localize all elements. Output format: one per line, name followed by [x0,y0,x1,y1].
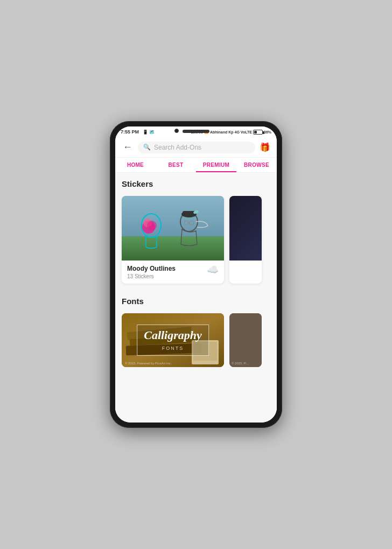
svg-point-5 [147,221,157,230]
fonts-section: Fonts [115,290,277,313]
copyright-text: © 2015. Powered by PicsArt Inc. [125,362,171,365]
tab-home[interactable]: HOME [115,158,156,172]
font-card-2[interactable]: © 2015. P... [229,313,262,367]
color-card-image [229,196,262,261]
calligraphy-subtitle: Fonts [162,346,184,351]
content-area: Stickers [115,173,277,423]
svg-rect-19 [229,313,262,367]
moody-card-info: Moody Outlines 13 Stickers ☁️ [122,261,224,284]
tab-premium[interactable]: PREMIUM [196,158,236,172]
top-bar: ← 🔍 Search Add-Ons 🎁 [115,137,277,158]
moody-outlines-card[interactable]: Moody Outlines 13 Stickers ☁️ [122,196,224,284]
fonts-row: Calligraphy Fonts © 2015. Powered by Pic… [115,313,277,374]
stickers-section: Stickers [115,173,277,196]
calligraphy-card[interactable]: Calligraphy Fonts © 2015. Powered by Pic… [122,313,224,367]
calligraphy-text-box: Calligraphy Fonts [137,325,209,356]
moody-scene-bg [122,196,224,261]
font-card-2-illustration [229,313,262,367]
stickers-title: Stickers [122,179,270,188]
battery-indicator [253,130,263,135]
tab-bar: HOME BEST PREMIUM BROWSE [115,158,277,173]
status-time: 7:55 PM 📱 🗺️ [121,129,155,135]
gift-button[interactable]: 🎁 [260,142,270,152]
phone-device: 7:55 PM 📱 🗺️ 180K/s 📶 Abhinand Kp 4G VoL… [110,121,282,428]
moody-card-name: Moody Outlines [127,265,176,272]
moody-illustration [122,196,224,261]
tab-best[interactable]: BEST [156,158,196,172]
color-card-bg [229,196,262,261]
color-card[interactable] [229,196,262,284]
svg-rect-8 [183,211,195,215]
calligraphy-title: Calligraphy [144,328,202,342]
stickers-row: Moody Outlines 13 Stickers ☁️ [115,196,277,290]
moody-outlines-image [122,196,224,261]
tab-browse[interactable]: BROWSE [236,158,277,172]
phone-camera [174,129,179,133]
fonts-title: Fonts [122,297,270,306]
moody-card-text: Moody Outlines 13 Stickers [127,265,176,279]
phone-screen: 7:55 PM 📱 🗺️ 180K/s 📶 Abhinand Kp 4G VoL… [115,126,277,423]
svg-rect-1 [122,236,224,261]
search-placeholder: Search Add-Ons [154,144,201,151]
search-icon: 🔍 [143,144,151,151]
back-button[interactable]: ← [122,140,134,154]
search-bar[interactable]: 🔍 Search Add-Ons [138,142,255,153]
download-button[interactable]: ☁️ [207,264,219,276]
moody-card-count: 13 Stickers [127,273,176,279]
copyright-2: © 2015. P... [232,362,248,365]
phone-speaker [183,130,209,133]
